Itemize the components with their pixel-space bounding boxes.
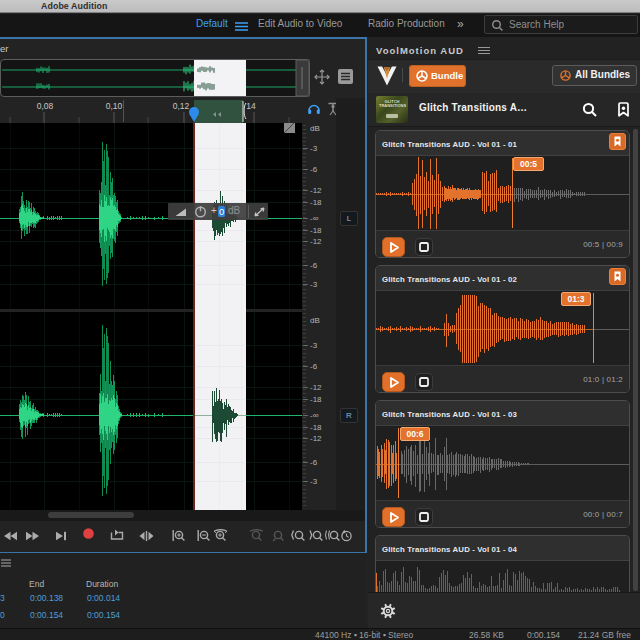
svg-text:14: 14: [246, 101, 256, 111]
svg-text:-6: -6: [310, 165, 318, 174]
svg-text:-3: -3: [310, 144, 318, 153]
svg-text:dB: dB: [310, 316, 320, 325]
svg-text:-12: -12: [310, 237, 322, 246]
svg-text:-12: -12: [310, 383, 322, 392]
svg-text:-∞: -∞: [310, 214, 319, 223]
svg-text:0,12: 0,12: [173, 101, 190, 111]
svg-text:dB: dB: [310, 124, 320, 133]
svg-text:-6: -6: [310, 458, 318, 467]
svg-text:0,10: 0,10: [106, 101, 123, 111]
svg-text:-18: -18: [310, 198, 322, 207]
svg-text:-3: -3: [310, 341, 318, 350]
svg-text:-3: -3: [310, 477, 318, 486]
svg-text:-∞: -∞: [310, 411, 319, 420]
svg-text:-18: -18: [310, 395, 322, 404]
svg-text:0,08: 0,08: [37, 101, 54, 111]
svg-text:-3: -3: [310, 280, 318, 289]
svg-text:-6: -6: [310, 261, 318, 270]
svg-text:-18: -18: [310, 226, 322, 235]
svg-text:-12: -12: [310, 434, 322, 443]
svg-text:-6: -6: [310, 362, 318, 371]
svg-text:-18: -18: [310, 423, 322, 432]
svg-text:-12: -12: [310, 186, 322, 195]
